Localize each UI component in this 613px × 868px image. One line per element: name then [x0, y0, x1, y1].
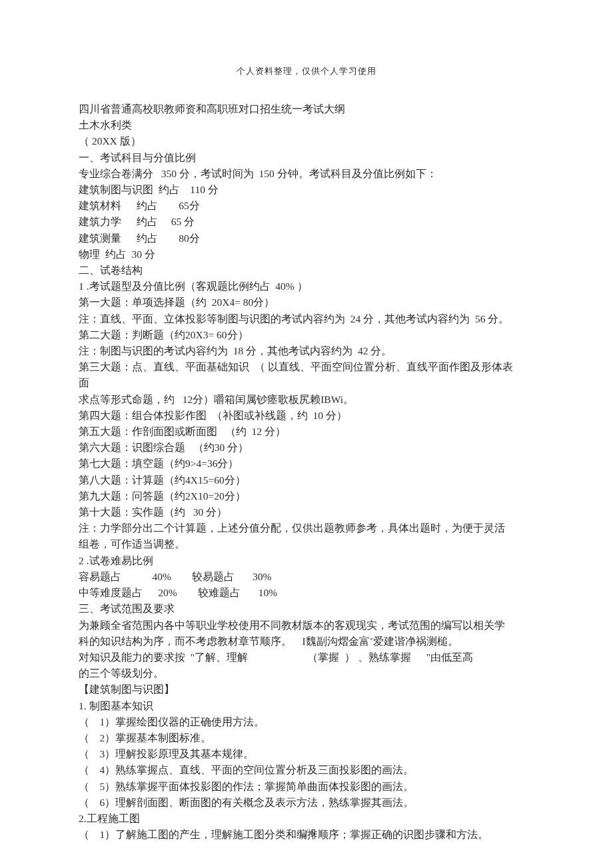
text-line: 2.工程施工图	[79, 811, 534, 827]
text-line: 对知识及能力的要求按 "了解、理解 （掌握 ） 、熟练掌握 "由低至高	[79, 650, 534, 665]
top-note: 个人资料整理，仅供个人学习使用	[79, 65, 534, 77]
text-line: 面	[79, 375, 534, 391]
text-line: 第五大题：作剖面图或断面图 （约 12 分）	[79, 424, 534, 440]
text-line: 2 .试卷难易比例	[79, 553, 534, 569]
page-number: 1 / 6	[0, 828, 613, 839]
text-line: 二、试卷结构	[79, 262, 534, 278]
document-body: 四川省普通高校职教师资和高职班对口招生统一考试大纲土木水利类（ 20XX 版）一…	[79, 101, 534, 843]
text-line: （ 6）理解剖面图、断面图的有关概念及表示方法，熟练掌握其画法。	[79, 795, 534, 811]
page-content: 个人资料整理，仅供个人学习使用 四川省普通高校职教师资和高职班对口招生统一考试大…	[0, 0, 613, 843]
text-line: 第二大题：判断题（约20X3= 60分）	[79, 327, 534, 343]
text-line: 科的知识结构为序，而不考虑教材章节顺序。 I魏副沟熠金富ˇ爱建谐净祸测槌。	[79, 634, 534, 650]
text-line: 第三大题：点、直线、平面基础知识 （ 以直线、平面空间位置分析、直线平面作图及形…	[79, 359, 534, 375]
text-line: 求点等形式命题，约 12分）嚼箱闰属钞瘗歌板尻赖IBWi。	[79, 392, 534, 408]
text-line: 容易题占 40% 较易题占 30%	[79, 569, 534, 585]
text-line: 第十大题：实作题（约 30 分）	[79, 504, 534, 520]
text-line: （ 3）理解投影原理及其基本规律。	[79, 746, 534, 762]
text-line: （ 1）掌握绘图仪器的正确使用方法。	[79, 714, 534, 730]
text-line: 专业综合卷满分 350 分，考试时间为 150 分钟。考试科目及分值比例如下：	[79, 166, 534, 182]
text-line: 一、考试科目与分值比例	[79, 150, 534, 166]
text-line: 三、考试范围及要求	[79, 601, 534, 617]
text-line: 的三个等级划分。	[79, 665, 534, 681]
text-line: 四川省普通高校职教师资和高职班对口招生统一考试大纲	[79, 101, 534, 117]
text-line: 第七大题：填空题（约9>4=36分）	[79, 456, 534, 472]
text-line: 建筑材料 约占 65分	[79, 198, 534, 214]
text-line: 物理 约占 30 分	[79, 246, 534, 262]
text-line: 【建筑制图与识图】	[79, 681, 534, 697]
text-line: 注：直线、平面、立体投影等制图与识图的考试内容约为 24 分，其他考试内容约为 …	[79, 311, 534, 327]
text-line: 第一大题：单项选择题（约 20X4= 80分）	[79, 294, 534, 310]
text-line: 建筑制图与识图 约占 110 分	[79, 182, 534, 198]
text-line: （ 20XX 版）	[79, 133, 534, 149]
text-line: 为兼顾全省范围内各中等职业学校使用不同教材版本的客观现实，考试范围的编写以相关学	[79, 618, 534, 634]
text-line: （ 5）熟练掌握平面体投影图的作法；掌握简单曲面体投影图的画法。	[79, 779, 534, 795]
text-line: 1 .考试题型及分值比例（客观题比例约占 40% ）	[79, 278, 534, 294]
text-line: 第六大题：识图综合题 （约30 分）	[79, 440, 534, 456]
text-line: 中等难度题占 20% 较难题占 10%	[79, 585, 534, 601]
text-line: 第四大题：组合体投影作图 （补图或补线题，约 10 分）	[79, 408, 534, 424]
text-line: （ 2）掌握基本制图标准。	[79, 730, 534, 746]
text-line: （ 4）熟练掌握点、直线、平面的空间位置分析及三面投影图的画法。	[79, 762, 534, 778]
text-line: 注：制图与识图的考试内容约为 18 分，其他考试内容约为 42 分。	[79, 343, 534, 359]
text-line: 土木水利类	[79, 117, 534, 133]
text-line: 建筑力学 约占 65 分	[79, 214, 534, 230]
text-line: 建筑测量 约占 80分	[79, 230, 534, 246]
text-line: 1. 制图基本知识	[79, 698, 534, 714]
text-line: 组卷，可作适当调整。	[79, 536, 534, 552]
text-line: 第八大题：计算题（约4X15=60分）	[79, 472, 534, 488]
text-line: 注：力学部分出二个计算题，上述分值分配，仅供出题教师参考，具体出题时，为便于灵活	[79, 520, 534, 536]
text-line: 第九大题：问答题（约2X10=20分）	[79, 488, 534, 504]
